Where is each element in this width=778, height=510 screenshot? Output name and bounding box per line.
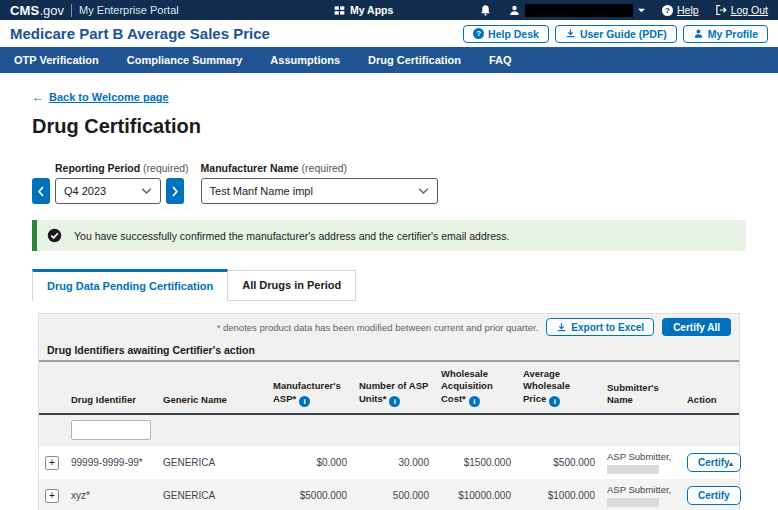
check-circle-icon <box>47 228 62 243</box>
redacted-submitter-name <box>607 498 659 507</box>
table-section-title: Drug Identifiers awaiting Certifier's ac… <box>39 340 739 362</box>
main-nav: OTP Verification Compliance Summary Assu… <box>0 47 778 73</box>
cell-average-wholesale-price: $1000.000 <box>517 479 601 510</box>
previous-period-button[interactable] <box>32 178 50 204</box>
col-drug-identifier: Drug Identifier <box>65 362 157 414</box>
nav-item-otp-verification[interactable]: OTP Verification <box>14 54 99 66</box>
screen: CMS.gov My Enterprise Portal My Apps <box>0 0 778 510</box>
redacted-submitter-name <box>607 465 659 474</box>
chevron-right-icon <box>171 186 179 197</box>
profile-person-icon <box>693 28 704 39</box>
chevron-down-icon <box>418 187 429 195</box>
manufacturer-name-value: Test Manf Name impl <box>210 185 313 197</box>
cell-generic-name: GENERICA <box>157 446 267 479</box>
my-apps-label: My Apps <box>350 4 393 16</box>
user-guide-button[interactable]: User Guide (PDF) <box>555 25 677 43</box>
cell-manufacturers-asp: $0.000 <box>267 446 353 479</box>
my-profile-label: My Profile <box>708 28 758 40</box>
back-arrow-icon <box>32 90 44 104</box>
export-to-excel-button[interactable]: Export to Excel <box>546 318 654 336</box>
cell-drug-identifier: 99999-9999-99* <box>65 446 157 479</box>
back-link-label: Back to Welcome page <box>49 91 169 103</box>
help-desk-button[interactable]: ? Help Desk <box>463 25 549 43</box>
my-apps-button[interactable]: My Apps <box>334 0 393 20</box>
next-period-button[interactable] <box>166 178 184 204</box>
user-icon <box>508 4 521 17</box>
help-link[interactable]: ? Help <box>662 4 699 16</box>
notifications-bell-icon[interactable] <box>479 4 492 17</box>
reporting-period-value: Q4 2023 <box>64 185 106 197</box>
cell-submitters-name: ASP Submitter, <box>607 451 675 463</box>
download-icon <box>565 28 576 39</box>
table-row: 99999-9999-99* GENERICA $0.000 30.000 $1… <box>39 446 739 479</box>
certify-all-button[interactable]: Certify All <box>662 318 731 336</box>
logout-label: Log Out <box>731 4 768 16</box>
col-action: Action <box>681 362 739 414</box>
user-menu[interactable] <box>508 4 646 17</box>
logout-link[interactable]: Log Out <box>715 4 768 16</box>
reporting-period-select[interactable]: Q4 2023 <box>55 178 161 204</box>
success-alert: You have successfully confirmed the manu… <box>32 220 746 251</box>
nav-item-compliance-summary[interactable]: Compliance Summary <box>127 54 243 66</box>
help-desk-label: Help Desk <box>488 28 539 40</box>
expand-row-button[interactable] <box>45 489 59 503</box>
col-number-of-asp-units: Number of ASP Units* <box>353 362 435 414</box>
col-wholesale-acquisition-cost: Wholesale Acquisition Cost* <box>435 362 517 414</box>
info-icon[interactable] <box>389 396 400 407</box>
cell-submitters-name: ASP Submitter, <box>607 484 675 496</box>
question-circle-icon: ? <box>662 5 673 16</box>
cms-gov-logo[interactable]: CMS.gov <box>10 3 64 18</box>
col-manufacturers-asp: Manufacturer's ASP* <box>267 362 353 414</box>
drug-identifier-filter-input[interactable] <box>71 420 151 440</box>
chevron-left-icon <box>37 186 45 197</box>
manufacturer-name-select[interactable]: Test Manf Name impl <box>201 178 438 204</box>
apps-grid-icon <box>334 5 345 16</box>
table-header-row: Drug Identifier Generic Name Manufacture… <box>39 362 739 414</box>
nav-item-faq[interactable]: FAQ <box>489 54 512 66</box>
col-submitters-name: Submitter's Name <box>601 362 681 414</box>
info-icon[interactable] <box>549 396 560 407</box>
expand-column-header <box>39 362 65 414</box>
tab-all-drugs-in-period[interactable]: All Drugs in Period <box>228 270 356 301</box>
reporting-period-label: Reporting Period (required) <box>55 162 189 174</box>
cell-wholesale-acquisition-cost: $1500.000 <box>435 446 517 479</box>
tab-drug-data-pending-certification[interactable]: Drug Data Pending Certification <box>32 269 228 301</box>
vertical-scrollbar[interactable]: ▲ ▼ <box>725 460 737 510</box>
info-icon[interactable] <box>299 396 310 407</box>
my-profile-button[interactable]: My Profile <box>683 25 768 43</box>
logo-cms-text: CMS <box>10 3 40 18</box>
logo-divider <box>71 4 72 17</box>
cell-drug-identifier: xyz* <box>65 479 157 510</box>
tab-bar: Drug Data Pending Certification All Drug… <box>32 269 746 301</box>
user-guide-label: User Guide (PDF) <box>580 28 667 40</box>
nav-item-drug-certification[interactable]: Drug Certification <box>368 54 461 66</box>
manufacturer-name-label: Manufacturer Name (required) <box>201 162 438 174</box>
app-title: Medicare Part B Average Sales Price <box>10 25 270 42</box>
info-icon[interactable] <box>469 396 480 407</box>
top-utility-bar: CMS.gov My Enterprise Portal My Apps <box>0 0 778 20</box>
chevron-down-icon <box>141 187 152 195</box>
scroll-up-arrow-icon[interactable]: ▲ <box>728 460 735 467</box>
question-circle-icon: ? <box>473 28 484 39</box>
back-to-welcome-link[interactable]: Back to Welcome page <box>32 90 169 104</box>
page-title: Drug Certification <box>32 115 746 138</box>
export-label: Export to Excel <box>571 322 644 333</box>
asterisk-note: * denotes product data has been modified… <box>217 322 539 333</box>
nav-item-assumptions[interactable]: Assumptions <box>270 54 340 66</box>
cell-generic-name: GENERICA <box>157 479 267 510</box>
alert-message: You have successfully confirmed the manu… <box>74 230 510 242</box>
expand-row-button[interactable] <box>45 456 59 470</box>
table-filter-row <box>39 414 739 447</box>
cell-wholesale-acquisition-cost: $10000.000 <box>435 479 517 510</box>
cell-number-of-asp-units: 500.000 <box>353 479 435 510</box>
logo-gov-text: .gov <box>40 3 65 18</box>
table-row: xyz* GENERICA $5000.000 500.000 $10000.0… <box>39 479 739 510</box>
col-generic-name: Generic Name <box>157 362 267 414</box>
help-label: Help <box>677 4 699 16</box>
filter-controls: Reporting Period (required) Q4 2023 Manu… <box>32 162 746 204</box>
download-icon <box>556 322 567 333</box>
redacted-username <box>525 4 633 17</box>
app-title-bar: Medicare Part B Average Sales Price ? He… <box>0 20 778 47</box>
logout-icon <box>715 4 727 16</box>
cell-number-of-asp-units: 30.000 <box>353 446 435 479</box>
